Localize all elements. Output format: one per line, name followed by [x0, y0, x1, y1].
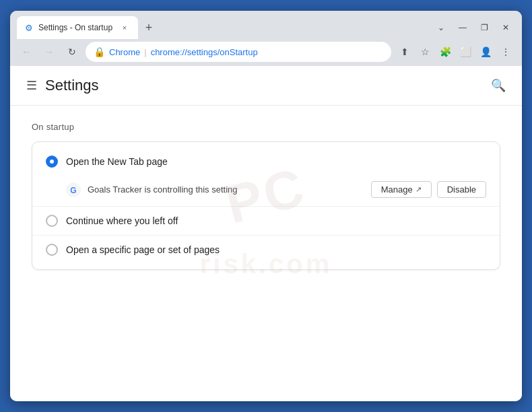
- disable-button[interactable]: Disable: [437, 181, 486, 198]
- option-new-tab[interactable]: Open the New Tab page: [32, 147, 500, 176]
- radio-continue[interactable]: [46, 215, 58, 227]
- lock-icon: 🔒: [94, 46, 105, 57]
- back-button[interactable]: ←: [17, 42, 36, 61]
- option-continue-label: Continue where you left off: [66, 215, 178, 226]
- radio-new-tab[interactable]: [46, 156, 58, 168]
- option-new-tab-label: Open the New Tab page: [66, 156, 168, 167]
- disable-label: Disable: [447, 184, 476, 195]
- omnibox-chrome-label: Chrome: [109, 47, 140, 57]
- option-continue[interactable]: Continue where you left off: [32, 207, 500, 235]
- section-title: On startup: [32, 122, 500, 132]
- url-prefix: chrome://: [151, 47, 187, 57]
- svg-text:G: G: [70, 185, 76, 195]
- url-suffix: /onStartup: [218, 47, 258, 57]
- menu-icon: ⋮: [501, 46, 510, 57]
- omnibox-url: chrome://settings/onStartup: [151, 47, 258, 57]
- reload-icon: ↻: [68, 46, 76, 57]
- close-button[interactable]: ✕: [496, 20, 515, 35]
- settings-search-button[interactable]: 🔍: [491, 78, 506, 93]
- active-tab[interactable]: ⚙ Settings - On startup ×: [17, 16, 138, 39]
- maximize-button[interactable]: ❐: [475, 20, 494, 35]
- tab-close-button[interactable]: ×: [119, 22, 130, 33]
- extensions-button[interactable]: 🧩: [436, 42, 455, 61]
- extensions-icon: 🧩: [440, 46, 451, 57]
- share-icon: ⬆: [401, 46, 409, 57]
- browser-window: ⚙ Settings - On startup × + ⌄ — ❐ ✕ ← → …: [10, 11, 522, 401]
- extension-text: Goals Tracker is controlling this settin…: [88, 184, 364, 195]
- radio-specific[interactable]: [46, 244, 58, 256]
- new-tab-button[interactable]: +: [139, 18, 158, 37]
- settings-page-title: Settings: [45, 77, 99, 94]
- omnibox-separator: |: [144, 47, 146, 57]
- hamburger-menu-button[interactable]: ☰: [26, 78, 37, 93]
- toolbar-actions: ⬆ ☆ 🧩 ⬜ 👤 ⋮: [395, 42, 515, 61]
- manage-button[interactable]: Manage ↗: [371, 181, 432, 198]
- tab-title: Settings - On startup: [38, 23, 115, 32]
- share-button[interactable]: ⬆: [395, 42, 414, 61]
- option-specific-label: Open a specific page or set of pages: [66, 244, 220, 255]
- bookmark-icon: ☆: [421, 46, 430, 57]
- manage-label: Manage: [381, 184, 413, 195]
- radio-inner-new-tab: [50, 160, 54, 164]
- reload-button[interactable]: ↻: [63, 42, 81, 61]
- options-card: Open the New Tab page G Goals Tracker is…: [32, 141, 500, 270]
- back-icon: ←: [22, 46, 31, 57]
- goals-tracker-icon: G: [66, 182, 81, 197]
- settings-body: PC risk.com On startup Open the New Tab …: [10, 106, 522, 286]
- split-icon: ⬜: [460, 46, 471, 57]
- settings-header: ☰ Settings 🔍: [10, 66, 522, 106]
- toolbar: ← → ↻ 🔒 Chrome | chrome://settings/onSta…: [10, 39, 522, 66]
- menu-button[interactable]: ⋮: [496, 42, 515, 61]
- extension-row: G Goals Tracker is controlling this sett…: [32, 176, 500, 206]
- title-bar: ⚙ Settings - On startup × + ⌄ — ❐ ✕: [10, 11, 522, 39]
- window-controls: ⌄ — ❐ ✕: [432, 20, 515, 35]
- split-view-button[interactable]: ⬜: [456, 42, 475, 61]
- tab-favicon: ⚙: [25, 23, 34, 32]
- omnibox[interactable]: 🔒 Chrome | chrome://settings/onStartup: [86, 42, 391, 62]
- profile-button[interactable]: 👤: [476, 42, 495, 61]
- settings-header-left: ☰ Settings: [26, 77, 99, 94]
- page-content: ☰ Settings 🔍 PC risk.com On startup Open…: [10, 66, 522, 401]
- bookmark-button[interactable]: ☆: [415, 42, 434, 61]
- manage-icon: ↗: [415, 185, 422, 194]
- forward-icon: →: [44, 46, 54, 57]
- profile-icon: 👤: [480, 46, 492, 57]
- extension-actions: Manage ↗ Disable: [371, 181, 486, 198]
- chevron-button[interactable]: ⌄: [432, 20, 451, 35]
- forward-button[interactable]: →: [40, 42, 59, 61]
- option-specific[interactable]: Open a specific page or set of pages: [32, 236, 500, 264]
- minimize-button[interactable]: —: [453, 20, 472, 35]
- url-highlight: settings: [187, 47, 218, 57]
